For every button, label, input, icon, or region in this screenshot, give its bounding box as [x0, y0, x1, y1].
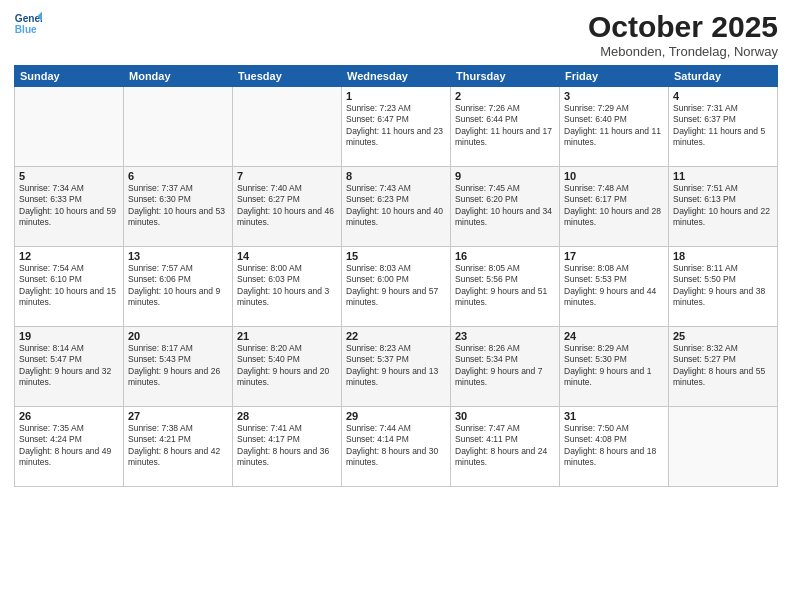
day-number: 20 — [128, 330, 228, 342]
day-info: Sunrise: 7:44 AMSunset: 4:14 PMDaylight:… — [346, 423, 446, 469]
weekday-header-monday: Monday — [124, 66, 233, 87]
day-number: 22 — [346, 330, 446, 342]
day-info: Sunrise: 8:00 AMSunset: 6:03 PMDaylight:… — [237, 263, 337, 309]
svg-text:Blue: Blue — [15, 24, 37, 35]
day-cell: 24 Sunrise: 8:29 AMSunset: 5:30 PMDaylig… — [560, 327, 669, 407]
day-cell — [669, 407, 778, 487]
day-info: Sunrise: 8:11 AMSunset: 5:50 PMDaylight:… — [673, 263, 773, 309]
day-number: 17 — [564, 250, 664, 262]
day-cell: 4 Sunrise: 7:31 AMSunset: 6:37 PMDayligh… — [669, 87, 778, 167]
day-number: 15 — [346, 250, 446, 262]
day-number: 18 — [673, 250, 773, 262]
day-cell: 12 Sunrise: 7:54 AMSunset: 6:10 PMDaylig… — [15, 247, 124, 327]
day-cell: 17 Sunrise: 8:08 AMSunset: 5:53 PMDaylig… — [560, 247, 669, 327]
day-cell: 11 Sunrise: 7:51 AMSunset: 6:13 PMDaylig… — [669, 167, 778, 247]
week-row-4: 19 Sunrise: 8:14 AMSunset: 5:47 PMDaylig… — [15, 327, 778, 407]
day-info: Sunrise: 8:26 AMSunset: 5:34 PMDaylight:… — [455, 343, 555, 389]
day-cell: 16 Sunrise: 8:05 AMSunset: 5:56 PMDaylig… — [451, 247, 560, 327]
day-number: 29 — [346, 410, 446, 422]
day-cell — [124, 87, 233, 167]
day-number: 12 — [19, 250, 119, 262]
day-info: Sunrise: 7:51 AMSunset: 6:13 PMDaylight:… — [673, 183, 773, 229]
day-cell: 1 Sunrise: 7:23 AMSunset: 6:47 PMDayligh… — [342, 87, 451, 167]
day-number: 24 — [564, 330, 664, 342]
day-cell: 2 Sunrise: 7:26 AMSunset: 6:44 PMDayligh… — [451, 87, 560, 167]
day-info: Sunrise: 7:57 AMSunset: 6:06 PMDaylight:… — [128, 263, 228, 309]
day-cell: 8 Sunrise: 7:43 AMSunset: 6:23 PMDayligh… — [342, 167, 451, 247]
location: Mebonden, Trondelag, Norway — [588, 44, 778, 59]
day-cell: 7 Sunrise: 7:40 AMSunset: 6:27 PMDayligh… — [233, 167, 342, 247]
day-cell: 20 Sunrise: 8:17 AMSunset: 5:43 PMDaylig… — [124, 327, 233, 407]
day-info: Sunrise: 7:47 AMSunset: 4:11 PMDaylight:… — [455, 423, 555, 469]
day-cell — [15, 87, 124, 167]
day-cell: 29 Sunrise: 7:44 AMSunset: 4:14 PMDaylig… — [342, 407, 451, 487]
week-row-3: 12 Sunrise: 7:54 AMSunset: 6:10 PMDaylig… — [15, 247, 778, 327]
day-number: 30 — [455, 410, 555, 422]
weekday-header-saturday: Saturday — [669, 66, 778, 87]
day-cell: 19 Sunrise: 8:14 AMSunset: 5:47 PMDaylig… — [15, 327, 124, 407]
day-cell: 25 Sunrise: 8:32 AMSunset: 5:27 PMDaylig… — [669, 327, 778, 407]
day-cell: 18 Sunrise: 8:11 AMSunset: 5:50 PMDaylig… — [669, 247, 778, 327]
day-number: 28 — [237, 410, 337, 422]
day-number: 13 — [128, 250, 228, 262]
day-number: 2 — [455, 90, 555, 102]
day-cell: 21 Sunrise: 8:20 AMSunset: 5:40 PMDaylig… — [233, 327, 342, 407]
week-row-1: 1 Sunrise: 7:23 AMSunset: 6:47 PMDayligh… — [15, 87, 778, 167]
day-number: 9 — [455, 170, 555, 182]
day-cell: 9 Sunrise: 7:45 AMSunset: 6:20 PMDayligh… — [451, 167, 560, 247]
day-number: 3 — [564, 90, 664, 102]
week-row-5: 26 Sunrise: 7:35 AMSunset: 4:24 PMDaylig… — [15, 407, 778, 487]
day-number: 27 — [128, 410, 228, 422]
day-number: 25 — [673, 330, 773, 342]
day-cell: 3 Sunrise: 7:29 AMSunset: 6:40 PMDayligh… — [560, 87, 669, 167]
day-cell: 15 Sunrise: 8:03 AMSunset: 6:00 PMDaylig… — [342, 247, 451, 327]
day-cell — [233, 87, 342, 167]
day-cell: 30 Sunrise: 7:47 AMSunset: 4:11 PMDaylig… — [451, 407, 560, 487]
day-number: 6 — [128, 170, 228, 182]
day-number: 1 — [346, 90, 446, 102]
day-info: Sunrise: 8:20 AMSunset: 5:40 PMDaylight:… — [237, 343, 337, 389]
weekday-header-thursday: Thursday — [451, 66, 560, 87]
day-cell: 22 Sunrise: 8:23 AMSunset: 5:37 PMDaylig… — [342, 327, 451, 407]
day-number: 19 — [19, 330, 119, 342]
day-info: Sunrise: 7:34 AMSunset: 6:33 PMDaylight:… — [19, 183, 119, 229]
header: General Blue October 2025 Mebonden, Tron… — [14, 10, 778, 59]
day-info: Sunrise: 8:03 AMSunset: 6:00 PMDaylight:… — [346, 263, 446, 309]
day-number: 31 — [564, 410, 664, 422]
day-info: Sunrise: 7:41 AMSunset: 4:17 PMDaylight:… — [237, 423, 337, 469]
day-cell: 14 Sunrise: 8:00 AMSunset: 6:03 PMDaylig… — [233, 247, 342, 327]
day-info: Sunrise: 7:35 AMSunset: 4:24 PMDaylight:… — [19, 423, 119, 469]
week-row-2: 5 Sunrise: 7:34 AMSunset: 6:33 PMDayligh… — [15, 167, 778, 247]
weekday-header-sunday: Sunday — [15, 66, 124, 87]
day-info: Sunrise: 7:38 AMSunset: 4:21 PMDaylight:… — [128, 423, 228, 469]
day-cell: 5 Sunrise: 7:34 AMSunset: 6:33 PMDayligh… — [15, 167, 124, 247]
weekday-header-tuesday: Tuesday — [233, 66, 342, 87]
weekday-header-wednesday: Wednesday — [342, 66, 451, 87]
day-number: 14 — [237, 250, 337, 262]
day-info: Sunrise: 7:48 AMSunset: 6:17 PMDaylight:… — [564, 183, 664, 229]
day-info: Sunrise: 8:32 AMSunset: 5:27 PMDaylight:… — [673, 343, 773, 389]
day-cell: 31 Sunrise: 7:50 AMSunset: 4:08 PMDaylig… — [560, 407, 669, 487]
day-info: Sunrise: 8:14 AMSunset: 5:47 PMDaylight:… — [19, 343, 119, 389]
day-info: Sunrise: 8:17 AMSunset: 5:43 PMDaylight:… — [128, 343, 228, 389]
day-info: Sunrise: 8:29 AMSunset: 5:30 PMDaylight:… — [564, 343, 664, 389]
day-info: Sunrise: 7:43 AMSunset: 6:23 PMDaylight:… — [346, 183, 446, 229]
day-number: 10 — [564, 170, 664, 182]
day-cell: 6 Sunrise: 7:37 AMSunset: 6:30 PMDayligh… — [124, 167, 233, 247]
day-info: Sunrise: 7:37 AMSunset: 6:30 PMDaylight:… — [128, 183, 228, 229]
day-number: 26 — [19, 410, 119, 422]
logo: General Blue — [14, 10, 42, 38]
day-number: 8 — [346, 170, 446, 182]
day-cell: 28 Sunrise: 7:41 AMSunset: 4:17 PMDaylig… — [233, 407, 342, 487]
day-cell: 26 Sunrise: 7:35 AMSunset: 4:24 PMDaylig… — [15, 407, 124, 487]
day-cell: 10 Sunrise: 7:48 AMSunset: 6:17 PMDaylig… — [560, 167, 669, 247]
day-info: Sunrise: 8:05 AMSunset: 5:56 PMDaylight:… — [455, 263, 555, 309]
calendar: SundayMondayTuesdayWednesdayThursdayFrid… — [14, 65, 778, 487]
day-number: 21 — [237, 330, 337, 342]
day-info: Sunrise: 7:40 AMSunset: 6:27 PMDaylight:… — [237, 183, 337, 229]
day-cell: 23 Sunrise: 8:26 AMSunset: 5:34 PMDaylig… — [451, 327, 560, 407]
day-number: 4 — [673, 90, 773, 102]
weekday-header-friday: Friday — [560, 66, 669, 87]
day-info: Sunrise: 7:31 AMSunset: 6:37 PMDaylight:… — [673, 103, 773, 149]
day-info: Sunrise: 7:54 AMSunset: 6:10 PMDaylight:… — [19, 263, 119, 309]
